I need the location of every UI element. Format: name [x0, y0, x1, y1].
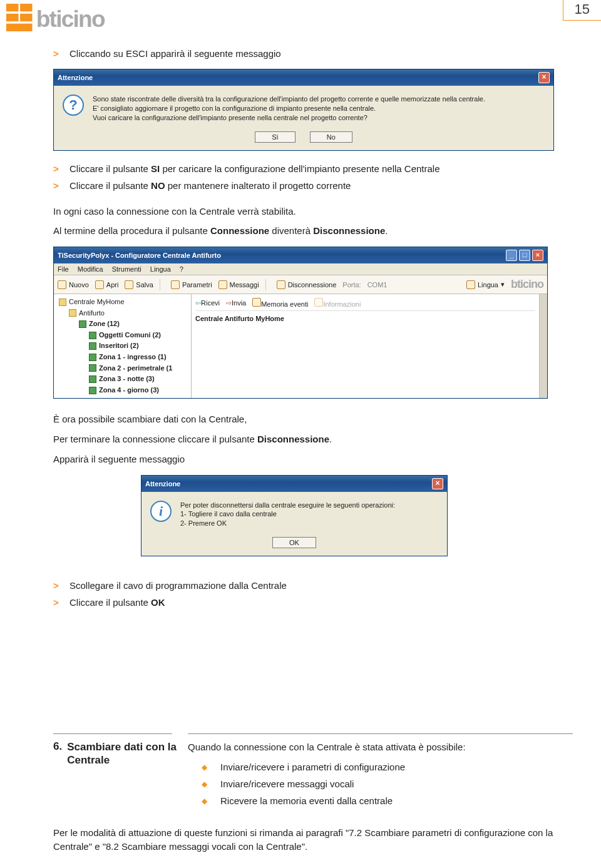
- instruction-text: Scollegare il cavo di programmazione dal…: [69, 579, 287, 592]
- bullet-icon: >: [53, 47, 69, 60]
- svg-rect-2: [20, 3, 32, 11]
- instruction-line: > Cliccando su ESCI apparirà il seguente…: [53, 47, 573, 60]
- menu-file[interactable]: File: [58, 265, 69, 273]
- list-item: ◆Inviare/ricevere i parametri di configu…: [188, 760, 573, 774]
- tb-parametri[interactable]: Parametri: [171, 280, 212, 289]
- app-brand: bticino: [511, 278, 543, 291]
- diamond-icon: ◆: [188, 760, 220, 774]
- app-titlebar: TiSecurityPolyx - Configuratore Centrale…: [54, 247, 547, 263]
- dialog-title: Attenzione: [145, 480, 180, 488]
- instruction-text: Cliccando su ESCI apparirà il seguente m…: [69, 47, 281, 60]
- dialog-line: 1- Togliere il cavo dalla centrale: [180, 509, 395, 519]
- dialog-title: Attenzione: [58, 74, 93, 81]
- instruction-line: > Scollegare il cavo di programmazione d…: [53, 579, 573, 592]
- info-icon: i: [150, 501, 172, 522]
- menubar: File Modifica Strumenti Lingua ?: [54, 263, 547, 275]
- receive-icon: ⇦: [195, 299, 201, 307]
- menu-strumenti[interactable]: Strumenti: [112, 265, 141, 273]
- tree-view[interactable]: Centrale MyHome Antifurto Zone (12) Ogge…: [54, 294, 192, 398]
- svg-text:bticino: bticino: [36, 6, 105, 32]
- new-icon: [58, 280, 66, 289]
- sub-ricevi[interactable]: ⇦Ricevi: [195, 299, 220, 307]
- svg-rect-1: [6, 13, 18, 21]
- body-text: Al termine della procedura il pulsante C…: [53, 224, 573, 238]
- tb-porta-value: COM1: [367, 281, 388, 288]
- instruction-text: Cliccare il pulsante OK: [69, 596, 165, 609]
- tree-item[interactable]: Inseritori (2): [99, 340, 139, 352]
- dialog-message: Per poter disconnettersi dalla centrale …: [180, 501, 395, 529]
- tb-lingua[interactable]: Lingua▾: [466, 280, 505, 289]
- dialog-attenzione-1: Attenzione × ? Sono state riscontrate de…: [53, 69, 554, 151]
- ok-button[interactable]: OK: [272, 537, 316, 548]
- bullet-icon: >: [53, 596, 69, 609]
- maximize-icon[interactable]: □: [519, 250, 530, 261]
- sub-info: Informazioni: [314, 298, 361, 308]
- bullet-icon: >: [53, 179, 69, 192]
- tree-item[interactable]: Zona 1 - ingresso (1): [99, 352, 167, 363]
- no-button[interactable]: No: [310, 131, 352, 143]
- info-icon: [314, 298, 323, 307]
- tb-messaggi[interactable]: Messaggi: [218, 280, 259, 289]
- params-icon: [171, 280, 180, 289]
- instruction-text: Cliccare il pulsante NO per mantenere in…: [69, 179, 351, 192]
- item-icon: [89, 375, 96, 383]
- tb-disconnessione[interactable]: Disconnessione: [277, 280, 337, 289]
- tb-nuovo[interactable]: Nuovo: [58, 280, 89, 289]
- list-item: ◆Inviare/ricevere messaggi vocali: [188, 777, 573, 790]
- menu-modifica[interactable]: Modifica: [78, 265, 103, 273]
- tree-item[interactable]: Zona 4 - giorno (3): [99, 385, 159, 396]
- list-item: ◆Ricevere la memoria eventi dalla centra…: [188, 794, 573, 807]
- tree-item[interactable]: Zona 2 - perimetrale (1: [99, 363, 172, 374]
- bullet-icon: >: [53, 162, 69, 175]
- memory-icon: [252, 298, 261, 307]
- instruction-text: Cliccare il pulsante SI per caricare la …: [69, 162, 440, 175]
- scrollbar[interactable]: [539, 294, 547, 398]
- sub-invia[interactable]: ⇨Invia: [226, 299, 246, 307]
- item-icon: [89, 354, 96, 361]
- section-intro: Quando la connessione con la Centrale è …: [188, 740, 573, 754]
- tb-salva[interactable]: Salva: [125, 280, 153, 289]
- close-icon[interactable]: ×: [538, 72, 550, 83]
- folder-icon: [59, 299, 66, 306]
- question-icon: ?: [63, 94, 84, 116]
- close-icon[interactable]: ×: [532, 250, 543, 261]
- bullet-icon: >: [53, 579, 69, 592]
- tree-item[interactable]: Oggetti Comuni (2): [99, 330, 161, 341]
- item-icon: [89, 332, 96, 339]
- dialog-line: E' consigliato aggiornare il progetto co…: [93, 104, 485, 113]
- close-icon[interactable]: ×: [432, 478, 443, 489]
- disconnect-icon: [277, 280, 285, 289]
- dialog-line: 2- Premere OK: [180, 519, 395, 528]
- tree-root[interactable]: Centrale MyHome: [69, 297, 125, 308]
- sub-memoria[interactable]: Memoria eventi: [252, 298, 308, 308]
- open-icon: [95, 280, 104, 289]
- list-text: Ricevere la memoria eventi dalla central…: [220, 794, 393, 807]
- chevron-down-icon: ▾: [501, 280, 505, 288]
- tb-apri[interactable]: Apri: [95, 280, 119, 289]
- menu-help[interactable]: ?: [180, 265, 183, 273]
- instruction-line: > Cliccare il pulsante NO per mantenere …: [53, 179, 573, 192]
- messages-icon: [218, 280, 227, 289]
- body-text: Per terminare la connessione cliccare il…: [53, 432, 573, 446]
- body-text: In ogni caso la connessione con la Centr…: [53, 205, 573, 218]
- section-footer: Per le modalità di attuazione di queste …: [0, 811, 601, 854]
- toolbar: Nuovo Apri Salva Parametri Messaggi Disc…: [54, 275, 547, 294]
- minimize-icon[interactable]: _: [506, 250, 517, 261]
- dialog-message: Sono state riscontrate delle diversità t…: [93, 94, 485, 123]
- menu-lingua[interactable]: Lingua: [150, 265, 171, 273]
- content-pane: ⇦Ricevi ⇨Invia Memoria eventi Informazio…: [192, 294, 539, 398]
- send-icon: ⇨: [226, 299, 232, 307]
- section-number: 6.: [53, 740, 62, 767]
- dialog-line: Vuoi caricare la configurazione dell'imp…: [93, 113, 485, 123]
- tree-node[interactable]: Zone (12): [89, 319, 120, 330]
- tree-item[interactable]: Zona 3 - notte (3): [99, 374, 155, 385]
- svg-rect-0: [6, 3, 18, 11]
- diamond-icon: ◆: [188, 777, 220, 790]
- svg-rect-3: [20, 13, 32, 21]
- item-icon: [89, 364, 96, 372]
- tb-porta-label: Porta:: [342, 281, 361, 288]
- yes-button[interactable]: Sì: [255, 131, 295, 143]
- tree-node[interactable]: Antifurto: [79, 308, 105, 319]
- dialog-titlebar: Attenzione ×: [54, 69, 553, 86]
- item-icon: [89, 342, 96, 350]
